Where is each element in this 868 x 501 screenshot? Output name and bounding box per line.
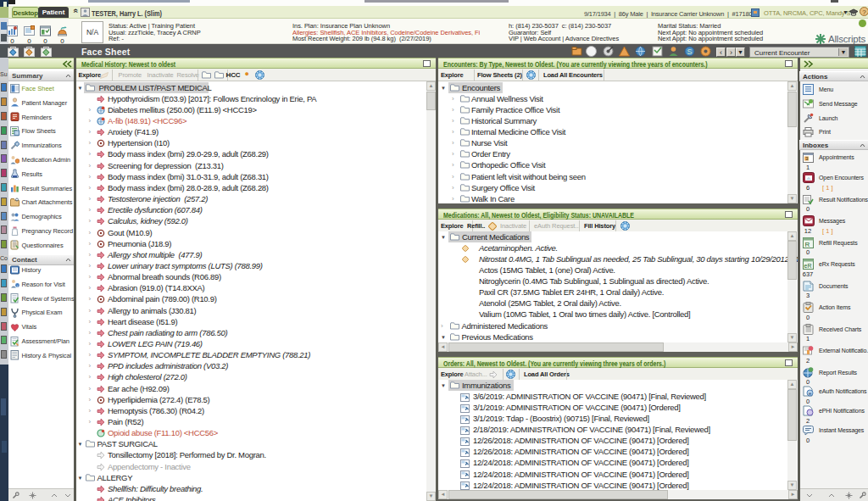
svg-text:R: R	[805, 241, 810, 248]
svg-text:S: S	[687, 47, 693, 56]
svg-text:eR: eR	[804, 263, 812, 269]
